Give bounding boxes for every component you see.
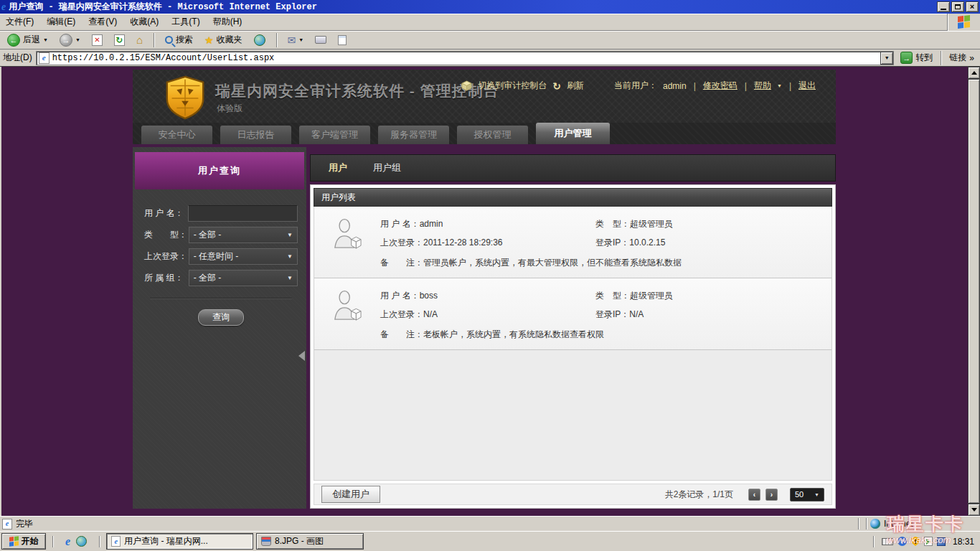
scroll-up-button[interactable]	[968, 67, 980, 79]
home-button[interactable]: ⌂	[133, 33, 146, 47]
history-button[interactable]	[251, 34, 268, 47]
back-button[interactable]: ← 后退 ▼	[4, 33, 51, 47]
scroll-down-button[interactable]	[968, 504, 980, 516]
page-size-select[interactable]: 50 ▼	[790, 488, 824, 501]
help-tray-icon[interactable]: ?	[897, 537, 907, 546]
tab-users[interactable]: 用户	[329, 161, 347, 174]
group-select[interactable]: - 全部 - ▼	[189, 270, 298, 286]
internet-zone-icon	[870, 519, 880, 529]
address-label: 地址(D)	[3, 52, 32, 64]
status-bar: e 完毕 Internet	[0, 516, 980, 531]
user-row-boss[interactable]: 用 户 名：boss 类 型：超级管理员 上次登录：N/A 登录IP：N/A 备…	[314, 278, 831, 350]
edit-icon	[338, 35, 347, 45]
logout-link[interactable]: 退出	[798, 80, 816, 92]
mail-icon: ✉	[288, 34, 296, 46]
favorites-button[interactable]: ★ 收藏夹	[202, 33, 245, 47]
taskbar: 开始 e e 用户查询 - 瑞星内网... 8.JPG - 画图 ? ! 18:…	[0, 531, 980, 551]
quick-launch-ie-icon[interactable]: e	[65, 536, 70, 547]
ie-task-icon: e	[111, 536, 121, 547]
change-password-link[interactable]: 修改密码	[703, 80, 738, 92]
app-title: 瑞星内网安全审计系统软件 - 管理控制台	[215, 81, 499, 101]
mail-dropdown-icon[interactable]: ▼	[298, 37, 303, 42]
sidebar-collapse-handle[interactable]	[298, 351, 305, 361]
minimize-button[interactable]	[937, 1, 950, 12]
address-dropdown-button[interactable]: ▼	[880, 52, 893, 65]
refresh-link[interactable]: 刷新	[567, 80, 584, 92]
header-utility-links: 切换到审计控制台 ↻ 刷新 当前用户： admin | 修改密码 | 帮助 ▼ …	[461, 80, 816, 92]
stop-button[interactable]: ✕	[89, 34, 105, 47]
page-refresh-icon: ↻	[552, 80, 561, 92]
ie-logo-icon: e	[1, 2, 6, 12]
vertical-scrollbar[interactable]	[968, 67, 980, 516]
user-avatar-icon	[333, 218, 362, 251]
user-name: boss	[420, 291, 438, 301]
restore-button[interactable]	[951, 1, 964, 12]
forward-button[interactable]: → ▼	[57, 33, 83, 47]
tab-log-report[interactable]: 日志报告	[220, 126, 291, 144]
next-page-button[interactable]: ›	[765, 489, 778, 501]
type-select[interactable]: - 全部 - ▼	[189, 227, 298, 243]
tab-security-center[interactable]: 安全中心	[141, 126, 212, 144]
tab-user-groups[interactable]: 用户组	[373, 161, 401, 174]
tab-client-management[interactable]: 客户端管理	[299, 126, 370, 144]
address-url[interactable]: https://10.0.2.15/ESM/Account/UserList.a…	[52, 53, 878, 63]
menu-tools[interactable]: 工具(T)	[171, 16, 199, 28]
keyboard-tray-icon[interactable]	[882, 538, 893, 545]
links-button[interactable]: 链接 »	[946, 51, 977, 65]
site-header: 瑞星内网安全审计系统软件 - 管理控制台 体验版 切换到审计控制台 ↻ 刷新 当…	[133, 70, 836, 123]
menu-bar: 文件(F) 编辑(E) 查看(V) 收藏(A) 工具(T) 帮助(H)	[0, 14, 980, 31]
site-container: 瑞星内网安全审计系统软件 - 管理控制台 体验版 切换到审计控制台 ↻ 刷新 当…	[133, 70, 836, 509]
help-link[interactable]: 帮助	[754, 80, 771, 92]
task-button-browser[interactable]: e 用户查询 - 瑞星内网...	[106, 533, 253, 550]
quick-launch: e	[60, 536, 93, 547]
switch-console-link[interactable]: 切换到审计控制台	[478, 80, 547, 92]
prev-page-button[interactable]: ‹	[748, 489, 760, 501]
panel-footer: 创建用户 共2条记录，1/1页 ‹ › 50 ▼	[314, 484, 832, 505]
refresh-button[interactable]: ↻	[111, 34, 128, 47]
network-tray-icon[interactable]	[937, 537, 946, 546]
last-login-select[interactable]: - 任意时间 - ▼	[189, 248, 298, 265]
search-button[interactable]: 搜索	[162, 33, 196, 47]
print-icon	[315, 36, 326, 44]
service-tray-icon[interactable]	[924, 537, 933, 546]
forward-dropdown-icon[interactable]: ▼	[75, 37, 80, 42]
mail-button[interactable]: ✉ ▼	[285, 34, 307, 47]
query-button[interactable]: 查询	[198, 309, 244, 326]
menu-file[interactable]: 文件(F)	[6, 16, 34, 28]
menu-help[interactable]: 帮助(H)	[213, 16, 242, 28]
edit-button[interactable]	[335, 34, 349, 46]
menu-favorites[interactable]: 收藏(A)	[130, 16, 159, 28]
security-shield-tray-icon[interactable]: !	[911, 537, 920, 546]
home-icon: ⌂	[136, 34, 143, 46]
scrollbar-thumb[interactable]	[968, 79, 980, 504]
create-user-button[interactable]: 创建用户	[321, 486, 380, 503]
page-favicon: e	[39, 52, 50, 64]
menu-edit[interactable]: 编辑(E)	[47, 16, 75, 28]
refresh-icon: ↻	[114, 34, 125, 46]
quick-launch-icon[interactable]	[76, 536, 87, 547]
favorites-star-icon: ★	[204, 34, 214, 46]
go-button[interactable]: → 转到	[897, 51, 936, 65]
print-button[interactable]	[312, 35, 329, 44]
current-user-value: admin	[663, 81, 687, 91]
tab-license-management[interactable]: 授权管理	[457, 126, 528, 144]
user-avatar-icon	[333, 290, 362, 323]
address-input[interactable]: e https://10.0.2.15/ESM/Account/UserList…	[36, 51, 895, 65]
user-last-login: N/A	[423, 309, 438, 319]
back-dropdown-icon[interactable]: ▼	[43, 37, 48, 42]
start-button[interactable]: 开始	[1, 533, 46, 550]
user-row-admin[interactable]: 用 户 名：admin 类 型：超级管理员 上次登录：2011-12-28 18…	[314, 207, 831, 278]
taskbar-clock: 18:31	[953, 537, 974, 547]
tab-user-management[interactable]: 用户管理	[536, 123, 610, 144]
tab-server-management[interactable]: 服务器管理	[378, 126, 449, 144]
windows-logo-icon	[947, 14, 980, 31]
user-list: 用 户 名：admin 类 型：超级管理员 上次登录：2011-12-28 18…	[314, 207, 832, 481]
menu-view[interactable]: 查看(V)	[88, 16, 117, 28]
username-input[interactable]	[188, 205, 298, 222]
user-type: 超级管理员	[630, 219, 673, 229]
history-icon	[254, 34, 265, 46]
user-list-panel: 用户列表	[310, 184, 836, 509]
task-button-paint[interactable]: 8.JPG - 画图	[256, 533, 364, 550]
close-button[interactable]: ×	[966, 1, 979, 12]
window-title: 用户查询 - 瑞星内网安全审计系统软件 - Microsoft Internet…	[9, 1, 317, 13]
